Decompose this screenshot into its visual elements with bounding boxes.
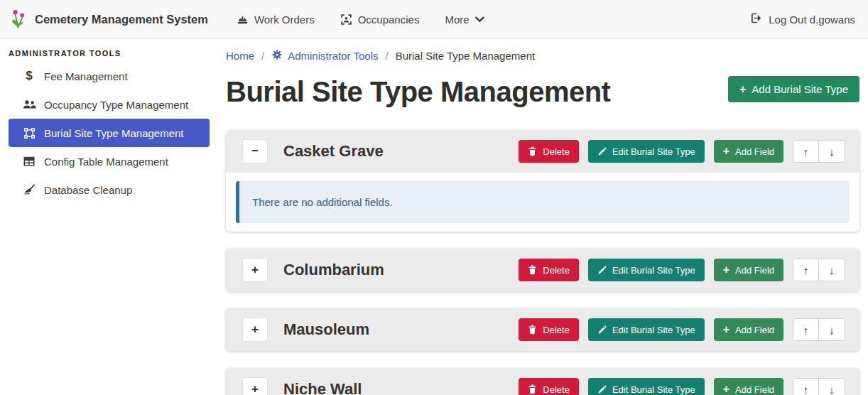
sidebar: ADMINISTRATOR TOOLS $ Fee Management Occ… — [0, 39, 213, 395]
card-header: + Columbarium Delete Edit Burial Site Ty… — [226, 249, 859, 291]
breadcrumb-admin-tools-link[interactable]: Administrator Tools — [271, 49, 378, 63]
trash-icon — [528, 146, 537, 156]
burial-site-type-card: + Niche Wall Delete Edit Burial Site Typ… — [226, 368, 859, 395]
collapse-toggle-button[interactable]: − — [242, 139, 268, 163]
sign-out-icon — [750, 12, 762, 26]
sidebar-section-title: ADMINISTRATOR TOOLS — [0, 43, 213, 62]
move-up-button[interactable]: ↑ — [793, 319, 819, 340]
add-field-button[interactable]: + Add Field — [714, 318, 783, 341]
nav-item-more[interactable]: More — [435, 8, 494, 31]
gear-icon — [271, 49, 283, 63]
card-header: − Casket Grave Delete Edit Burial Site T… — [226, 130, 859, 173]
burial-site-type-card: − Casket Grave Delete Edit Burial Site T… — [226, 130, 859, 232]
pencil-icon — [597, 385, 607, 394]
chevron-down-icon — [475, 16, 484, 23]
move-down-button[interactable]: ↓ — [819, 379, 845, 395]
add-burial-site-type-button[interactable]: + Add Burial Site Type — [728, 76, 859, 102]
burial-site-type-card: + Mausoleum Delete Edit Burial Site Type… — [226, 308, 859, 351]
table-icon — [21, 156, 37, 167]
vector-square-icon — [21, 127, 37, 139]
main-content: Home / — [213, 39, 868, 395]
hard-hat-icon — [237, 13, 249, 26]
card-title: Columbarium — [283, 261, 384, 279]
move-down-button[interactable]: ↓ — [819, 259, 845, 281]
edit-burial-site-type-button[interactable]: Edit Burial Site Type — [588, 259, 705, 281]
delete-button[interactable]: Delete — [519, 140, 579, 163]
expand-toggle-button[interactable]: + — [242, 258, 268, 282]
trash-icon — [528, 325, 537, 335]
breadcrumb-current: Burial Site Type Management — [396, 50, 536, 62]
plus-icon: + — [723, 264, 729, 276]
card-title: Mausoleum — [283, 320, 369, 339]
move-up-button[interactable]: ↑ — [793, 259, 819, 281]
sidebar-item-config-table-management[interactable]: Config Table Management — [9, 147, 210, 175]
broom-icon — [21, 184, 37, 195]
edit-burial-site-type-button[interactable]: Edit Burial Site Type — [588, 318, 705, 341]
delete-button[interactable]: Delete — [519, 259, 579, 281]
breadcrumb-home-link[interactable]: Home — [226, 50, 254, 62]
plus-icon: + — [723, 146, 729, 157]
sidebar-item-database-cleanup[interactable]: Database Cleanup — [9, 175, 210, 204]
burial-site-type-card: + Columbarium Delete Edit Burial Site Ty… — [226, 249, 859, 291]
nav-links: Work Orders Occupancies More — [227, 8, 494, 31]
no-additional-fields-alert: There are no additional fields. — [236, 181, 850, 223]
pencil-icon — [597, 147, 607, 156]
sidebar-item-occupancy-type-management[interactable]: Occupancy Type Management — [9, 90, 210, 119]
users-icon — [21, 99, 37, 110]
card-title: Niche Wall — [283, 380, 362, 395]
tulips-logo-icon — [10, 8, 28, 31]
dollar-icon: $ — [21, 69, 37, 83]
pencil-icon — [597, 266, 607, 275]
delete-button[interactable]: Delete — [519, 378, 579, 395]
logout-button[interactable]: Log Out d.gowans — [750, 12, 858, 26]
card-header: + Niche Wall Delete Edit Burial Site Typ… — [226, 368, 859, 395]
reorder-button-group: ↑ ↓ — [793, 259, 845, 281]
sidebar-item-burial-site-type-management[interactable]: Burial Site Type Management — [9, 119, 210, 147]
nav-item-occupancies[interactable]: Occupancies — [330, 8, 430, 31]
trash-icon — [528, 265, 537, 275]
expand-toggle-button[interactable]: + — [242, 318, 268, 342]
move-down-button[interactable]: ↓ — [819, 319, 845, 340]
edit-burial-site-type-button[interactable]: Edit Burial Site Type — [588, 378, 705, 395]
brand[interactable]: Cemetery Management System — [10, 8, 208, 31]
reorder-button-group: ↑ ↓ — [793, 378, 845, 395]
delete-button[interactable]: Delete — [519, 318, 579, 341]
plus-icon: + — [723, 324, 729, 335]
card-title: Casket Grave — [283, 142, 384, 161]
expand-toggle-button[interactable]: + — [242, 377, 268, 395]
move-down-button[interactable]: ↓ — [819, 141, 845, 162]
sidebar-item-fee-management[interactable]: $ Fee Management — [9, 62, 210, 90]
card-header: + Mausoleum Delete Edit Burial Site Type… — [226, 308, 859, 351]
edit-burial-site-type-button[interactable]: Edit Burial Site Type — [588, 140, 705, 163]
add-field-button[interactable]: + Add Field — [714, 259, 783, 281]
pencil-icon — [597, 325, 607, 335]
occupancy-frame-icon — [340, 13, 352, 26]
trash-icon — [528, 384, 537, 394]
breadcrumb: Home / — [226, 48, 859, 63]
add-field-button[interactable]: + Add Field — [714, 378, 783, 395]
reorder-button-group: ↑ ↓ — [793, 318, 845, 341]
card-body: There are no additional fields. — [226, 173, 859, 232]
page-title: Burial Site Type Management — [226, 72, 610, 112]
move-up-button[interactable]: ↑ — [793, 379, 819, 395]
move-up-button[interactable]: ↑ — [793, 141, 819, 162]
top-navbar: Cemetery Management System Work Orders O… — [0, 0, 868, 39]
reorder-button-group: ↑ ↓ — [793, 140, 845, 163]
add-field-button[interactable]: + Add Field — [714, 140, 783, 163]
nav-item-work-orders[interactable]: Work Orders — [227, 8, 325, 31]
plus-icon: + — [723, 384, 729, 395]
plus-icon: + — [739, 84, 746, 95]
app-title: Cemetery Management System — [35, 13, 208, 26]
